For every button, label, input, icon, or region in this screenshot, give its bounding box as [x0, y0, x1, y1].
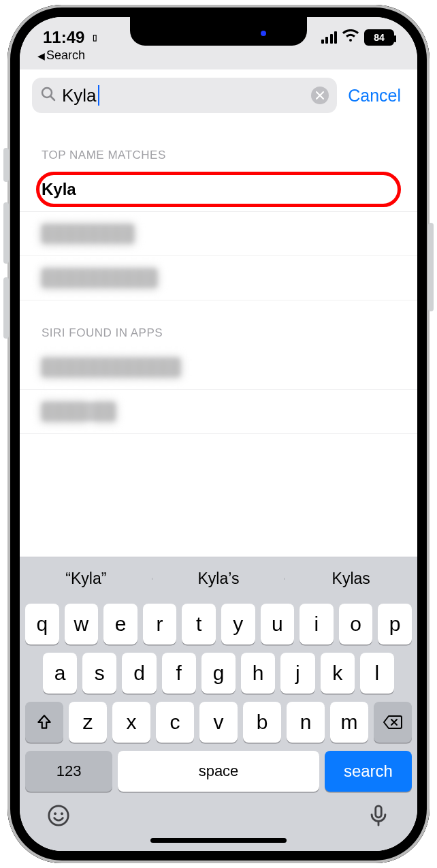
key-z[interactable]: z: [69, 702, 107, 743]
svg-point-3: [54, 812, 56, 815]
key-h[interactable]: h: [241, 653, 275, 694]
key-r[interactable]: r: [143, 604, 177, 645]
key-m[interactable]: m: [330, 702, 368, 743]
keyboard: “Kyla” Kyla’s Kylas q w e r t y u i o p …: [20, 557, 417, 851]
keyboard-suggestions: “Kyla” Kyla’s Kylas: [20, 557, 417, 600]
search-input[interactable]: Kyla: [32, 78, 337, 113]
key-p[interactable]: p: [378, 604, 412, 645]
key-y[interactable]: y: [221, 604, 255, 645]
emoji-key[interactable]: [47, 804, 70, 830]
space-key[interactable]: space: [118, 751, 319, 792]
search-query-text: Kyla: [62, 85, 99, 106]
section-header-siri: SIRI FOUND IN APPS: [20, 300, 417, 345]
power-button: [428, 223, 434, 311]
home-indicator[interactable]: [150, 838, 287, 843]
suggestion-2[interactable]: Kylas: [285, 570, 417, 588]
key-s[interactable]: s: [82, 653, 116, 694]
numbers-key[interactable]: 123: [25, 751, 112, 792]
key-i[interactable]: i: [300, 604, 334, 645]
suggestion-1[interactable]: Kyla’s: [152, 570, 285, 588]
key-b[interactable]: b: [243, 702, 281, 743]
search-results: TOP NAME MATCHES Kyla ████████ █████████…: [20, 123, 417, 557]
key-e[interactable]: e: [103, 604, 137, 645]
key-a[interactable]: a: [43, 653, 77, 694]
key-k[interactable]: k: [321, 653, 355, 694]
shift-key[interactable]: [25, 702, 63, 743]
contact-result-kyla[interactable]: Kyla: [20, 168, 417, 212]
key-l[interactable]: l: [360, 653, 394, 694]
screen: 11:49 ▯ 84 ◀ Search: [20, 17, 417, 851]
siri-result[interactable]: ████████████: [20, 345, 417, 390]
svg-line-1: [51, 97, 55, 101]
search-key[interactable]: search: [325, 751, 412, 792]
contact-result[interactable]: ██████████: [20, 256, 417, 300]
key-j[interactable]: j: [280, 653, 314, 694]
key-x[interactable]: x: [112, 702, 150, 743]
phone-frame: 11:49 ▯ 84 ◀ Search: [7, 5, 430, 863]
clear-search-button[interactable]: [311, 87, 329, 104]
key-n[interactable]: n: [287, 702, 325, 743]
cell-signal-icon: [321, 31, 338, 44]
key-d[interactable]: d: [122, 653, 156, 694]
contact-result[interactable]: ████████: [20, 212, 417, 256]
volume-up-button: [3, 202, 9, 264]
backspace-key[interactable]: [374, 702, 412, 743]
svg-rect-5: [376, 806, 382, 818]
dictation-key[interactable]: [367, 804, 390, 830]
siri-result[interactable]: ████ ██: [20, 390, 417, 434]
search-header: Kyla Cancel: [20, 69, 417, 123]
status-time: 11:49: [43, 28, 84, 47]
back-chevron-icon: ◀: [37, 50, 45, 61]
mute-switch: [3, 148, 9, 182]
key-c[interactable]: c: [156, 702, 194, 743]
portrait-lock-icon: ▯: [88, 31, 101, 44]
notch: [130, 17, 307, 46]
key-g[interactable]: g: [201, 653, 236, 694]
back-label: Search: [46, 48, 85, 63]
key-w[interactable]: w: [65, 604, 99, 645]
key-q[interactable]: q: [25, 604, 59, 645]
back-to-search[interactable]: ◀ Search: [20, 47, 417, 69]
volume-down-button: [3, 277, 9, 339]
battery-icon: 84: [364, 29, 394, 46]
key-v[interactable]: v: [199, 702, 238, 743]
svg-point-2: [49, 806, 68, 825]
key-t[interactable]: t: [182, 604, 216, 645]
suggestion-0[interactable]: “Kyla”: [20, 570, 152, 588]
key-o[interactable]: o: [339, 604, 373, 645]
section-header-matches: TOP NAME MATCHES: [20, 123, 417, 168]
search-icon: [40, 86, 56, 105]
cancel-button[interactable]: Cancel: [344, 86, 405, 106]
key-f[interactable]: f: [162, 653, 196, 694]
text-caret: [98, 85, 99, 106]
key-u[interactable]: u: [261, 604, 295, 645]
svg-point-4: [61, 812, 63, 815]
wifi-icon: [342, 28, 359, 47]
